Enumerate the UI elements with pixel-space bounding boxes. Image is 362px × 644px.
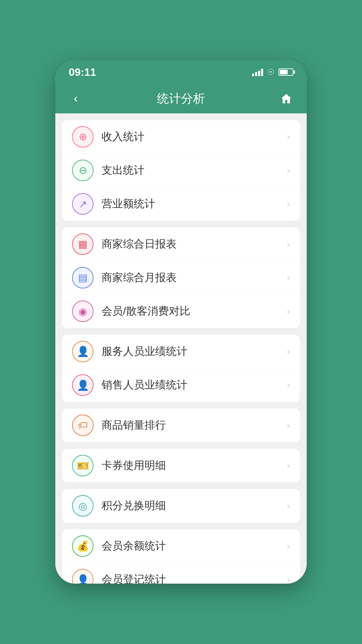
menu-item-member-balance[interactable]: 💰会员余额统计› xyxy=(62,529,300,563)
menu-group-group5: 🎫卡券使用明细› xyxy=(62,449,300,482)
icon-income-stat: ⊕ xyxy=(72,126,94,148)
menu-group-group2: ▦商家综合日报表›▤商家综合月报表›◉会员/散客消费对比› xyxy=(62,227,300,328)
status-bar: 09:11 ☉ xyxy=(55,60,307,84)
icon-expense-stat: ⊖ xyxy=(72,160,94,181)
arrow-member-balance: › xyxy=(287,541,290,551)
arrow-coupon-detail: › xyxy=(287,460,290,471)
menu-group-group1: ⊕收入统计›⊖支出统计›↗营业额统计› xyxy=(62,120,300,221)
status-icons: ☉ xyxy=(252,67,293,77)
label-sales-perf: 销售人员业绩统计 xyxy=(102,378,287,392)
icon-member-register: 👤 xyxy=(72,569,94,584)
arrow-member-register: › xyxy=(287,574,290,584)
signal-icon xyxy=(252,68,263,76)
menu-item-member-register[interactable]: 👤会员登记统计› xyxy=(62,563,300,584)
label-income-stat: 收入统计 xyxy=(102,129,287,144)
icon-service-perf: 👤 xyxy=(72,341,94,362)
menu-item-sales-stat[interactable]: ↗营业额统计› xyxy=(62,187,300,221)
icon-monthly-report: ▤ xyxy=(72,267,94,288)
arrow-expense-stat: › xyxy=(287,165,290,176)
wifi-icon: ☉ xyxy=(267,67,275,77)
menu-item-sales-perf[interactable]: 👤销售人员业绩统计› xyxy=(62,368,300,402)
menu-item-monthly-report[interactable]: ▤商家综合月报表› xyxy=(62,261,300,294)
arrow-product-rank: › xyxy=(287,420,290,431)
icon-daily-report: ▦ xyxy=(72,233,94,255)
menu-group-group6: ◎积分兑换明细› xyxy=(62,489,300,523)
menu-item-member-compare[interactable]: ◉会员/散客消费对比› xyxy=(62,294,300,328)
label-member-compare: 会员/散客消费对比 xyxy=(102,304,287,319)
nav-bar: ‹ 统计分析 xyxy=(55,84,307,113)
arrow-points-exchange: › xyxy=(287,500,290,511)
status-time: 09:11 xyxy=(69,66,96,78)
label-member-balance: 会员余额统计 xyxy=(102,539,287,553)
label-expense-stat: 支出统计 xyxy=(102,163,287,178)
label-product-rank: 商品销量排行 xyxy=(102,418,287,433)
arrow-member-compare: › xyxy=(287,306,290,317)
content-area: ⊕收入统计›⊖支出统计›↗营业额统计›▦商家综合日报表›▤商家综合月报表›◉会员… xyxy=(55,113,307,584)
icon-sales-perf: 👤 xyxy=(72,374,94,396)
arrow-sales-perf: › xyxy=(287,380,290,390)
label-member-register: 会员登记统计 xyxy=(102,572,287,584)
menu-group-group4: 🏷商品销量排行› xyxy=(62,409,300,442)
icon-member-compare: ◉ xyxy=(72,301,94,322)
icon-points-exchange: ◎ xyxy=(72,495,94,517)
menu-item-income-stat[interactable]: ⊕收入统计› xyxy=(62,120,300,154)
arrow-service-perf: › xyxy=(287,346,290,357)
label-monthly-report: 商家综合月报表 xyxy=(102,270,287,285)
label-points-exchange: 积分兑换明细 xyxy=(102,498,287,513)
icon-coupon-detail: 🎫 xyxy=(72,455,94,476)
menu-group-group7: 💰会员余额统计›👤会员登记统计› xyxy=(62,529,300,584)
arrow-sales-stat: › xyxy=(287,199,290,209)
label-daily-report: 商家综合日报表 xyxy=(102,237,287,252)
menu-group-group3: 👤服务人员业绩统计›👤销售人员业绩统计› xyxy=(62,335,300,402)
menu-item-expense-stat[interactable]: ⊖支出统计› xyxy=(62,154,300,187)
menu-item-daily-report[interactable]: ▦商家综合日报表› xyxy=(62,227,300,261)
arrow-monthly-report: › xyxy=(287,272,290,283)
back-button[interactable]: ‹ xyxy=(67,92,84,106)
icon-product-rank: 🏷 xyxy=(72,415,94,436)
arrow-daily-report: › xyxy=(287,239,290,250)
label-service-perf: 服务人员业绩统计 xyxy=(102,344,287,359)
icon-sales-stat: ↗ xyxy=(72,193,94,215)
page-title: 统计分析 xyxy=(157,91,205,107)
menu-item-coupon-detail[interactable]: 🎫卡券使用明细› xyxy=(62,449,300,482)
phone-frame: 09:11 ☉ ‹ 统计分析 ⊕收入统计›⊖支出统计›↗营业额统计›▦商家综合日… xyxy=(55,60,307,584)
label-sales-stat: 营业额统计 xyxy=(102,197,287,211)
menu-item-service-perf[interactable]: 👤服务人员业绩统计› xyxy=(62,335,300,368)
menu-item-points-exchange[interactable]: ◎积分兑换明细› xyxy=(62,489,300,523)
icon-member-balance: 💰 xyxy=(72,535,94,557)
label-coupon-detail: 卡券使用明细 xyxy=(102,458,287,473)
battery-icon xyxy=(279,68,293,76)
arrow-income-stat: › xyxy=(287,131,290,142)
home-button[interactable] xyxy=(278,93,295,105)
menu-item-product-rank[interactable]: 🏷商品销量排行› xyxy=(62,409,300,442)
